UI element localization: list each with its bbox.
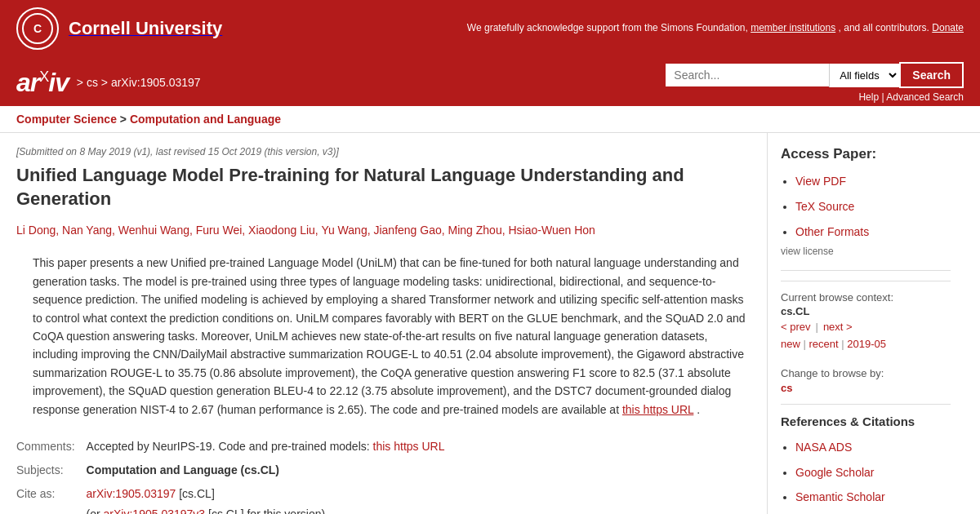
current-browse-title: Current browse context: — [781, 281, 951, 304]
computer-science-link[interactable]: Computer Science — [16, 113, 117, 126]
change-browse-val[interactable]: cs — [781, 382, 792, 394]
top-header: C Cornell University We gratefully ackno… — [0, 0, 980, 57]
change-browse-section: Change to browse by: cs — [781, 367, 951, 394]
author-ming-zhou[interactable]: Ming Zhou — [448, 224, 502, 237]
date-link[interactable]: 2019-05 — [847, 338, 886, 350]
cornell-seal-icon: C — [16, 7, 59, 50]
browse-nav-links: < prev | next > — [781, 321, 951, 333]
abstract-url[interactable]: this https URL — [622, 403, 693, 416]
refs-citations-section: References & Citations NASA ADS Google S… — [781, 404, 951, 510]
cornell-name-link[interactable]: Cornell University — [69, 18, 222, 39]
abstract-text: This paper presents a new Unified pre-tr… — [16, 254, 751, 419]
author-furu-wei[interactable]: Furu Wei — [196, 224, 243, 237]
view-license-link[interactable]: view license — [781, 246, 834, 257]
paper-title: Unified Language Model Pre-training for … — [16, 164, 751, 210]
advanced-search-link[interactable]: Advanced Search — [886, 91, 964, 103]
search-links: Help | Advanced Search — [858, 91, 964, 103]
nasa-ads-link[interactable]: NASA ADS — [795, 441, 852, 454]
author-yu-wang[interactable]: Yu Wang — [321, 224, 367, 237]
subject-breadcrumb: Computer Science > Computation and Langu… — [0, 106, 980, 133]
access-paper-title: Access Paper: — [781, 146, 951, 162]
access-paper-section: Access Paper: View PDF TeX Source Other … — [781, 146, 951, 257]
other-formats-link[interactable]: Other Formats — [795, 225, 869, 238]
subjects-label: Subjects: — [16, 459, 87, 482]
current-browse-section: Current browse context: cs.CL < prev | n… — [781, 270, 951, 353]
google-scholar-item: Google Scholar — [795, 460, 951, 485]
author-wenhui-wang[interactable]: Wenhui Wang — [118, 224, 189, 237]
svg-text:C: C — [33, 22, 42, 35]
cite-label: Cite as: — [16, 482, 87, 514]
cite-arxiv-link[interactable]: arXiv:1905.03197 — [87, 487, 176, 500]
other-formats-item: Other Formats — [795, 219, 951, 245]
author-li-dong[interactable]: Li Dong — [16, 224, 56, 237]
nasa-ads-item: NASA ADS — [795, 435, 951, 460]
help-link[interactable]: Help — [858, 91, 879, 103]
comments-value: Accepted by NeurIPS-19. Code and pre-tra… — [87, 435, 445, 459]
author-xiaodong-liu[interactable]: Xiaodong Liu — [248, 224, 315, 237]
search-row: All fields Title Author Abstract Search — [666, 62, 964, 88]
computation-language-link[interactable]: Computation and Language — [130, 113, 281, 126]
subjects-value: Computation and Language (cs.CL) — [87, 459, 445, 482]
donate-link[interactable]: Donate — [932, 22, 964, 33]
view-pdf-link[interactable]: View PDF — [795, 175, 846, 188]
arxiv-breadcrumb: > cs > arXiv:1905.03197 — [74, 76, 201, 89]
search-input[interactable] — [666, 64, 829, 86]
browse-row-links: new | recent | 2019-05 — [781, 335, 951, 353]
refs-title: References & Citations — [781, 414, 951, 428]
member-institutions-link[interactable]: member institutions — [751, 22, 835, 33]
cite-value: arXiv:1905.03197 [cs.CL] (or arXiv:1905.… — [87, 482, 445, 514]
author-jianfeng-gao[interactable]: Jianfeng Gao — [373, 224, 441, 237]
change-browse-title: Change to browse by: — [781, 367, 951, 379]
sidebar: Access Paper: View PDF TeX Source Other … — [768, 133, 964, 514]
new-link[interactable]: new — [781, 338, 800, 350]
cornell-university-text: Cornell University — [69, 18, 222, 38]
view-pdf-item: View PDF — [795, 169, 951, 194]
arxiv-logo-nav: arXiv > cs > arXiv:1905.03197 — [16, 68, 201, 98]
author-nan-yang[interactable]: Nan Yang — [62, 224, 112, 237]
paper-content: [Submitted on 8 May 2019 (v1), last revi… — [0, 133, 768, 514]
cornell-logo-area: C Cornell University — [16, 7, 222, 50]
arxiv-id: > arXiv:1905.03197 — [101, 76, 201, 89]
cs-link[interactable]: > cs — [77, 76, 98, 89]
semantic-scholar-link[interactable]: Semantic Scholar — [795, 490, 885, 503]
next-link[interactable]: next > — [823, 321, 853, 333]
arxiv-navbar: arXiv > cs > arXiv:1905.03197 All fields… — [0, 57, 980, 106]
comments-url[interactable]: this https URL — [373, 440, 445, 453]
prev-link[interactable]: < prev — [781, 321, 811, 333]
main-layout: [Submitted on 8 May 2019 (v1), last revi… — [0, 133, 980, 514]
cite-arxiv-v-link[interactable]: arXiv:1905.03197v3 — [104, 507, 206, 514]
search-bar: All fields Title Author Abstract Search … — [666, 62, 964, 103]
current-browse-val: cs.CL — [781, 305, 951, 317]
submission-date: [Submitted on 8 May 2019 (v1), last revi… — [16, 146, 751, 157]
google-scholar-link[interactable]: Google Scholar — [795, 466, 875, 479]
search-button[interactable]: Search — [899, 62, 964, 88]
tex-source-item: TeX Source — [795, 194, 951, 219]
recent-link[interactable]: recent — [808, 338, 838, 350]
author-hsiao-wuen-hon[interactable]: Hsiao-Wuen Hon — [508, 224, 595, 237]
comments-label: Comments: — [16, 435, 87, 459]
authors-list: Li Dong, Nan Yang, Wenhui Wang, Furu Wei… — [16, 220, 751, 241]
search-field-select[interactable]: All fields Title Author Abstract — [829, 64, 899, 87]
acknowledgement-text: We gratefully acknowledge support from t… — [467, 20, 964, 36]
paper-metadata: Comments: Accepted by NeurIPS-19. Code a… — [16, 435, 751, 514]
arxiv-logo: arXiv — [16, 68, 69, 98]
tex-source-link[interactable]: TeX Source — [795, 200, 854, 213]
semantic-scholar-item: Semantic Scholar — [795, 485, 951, 510]
